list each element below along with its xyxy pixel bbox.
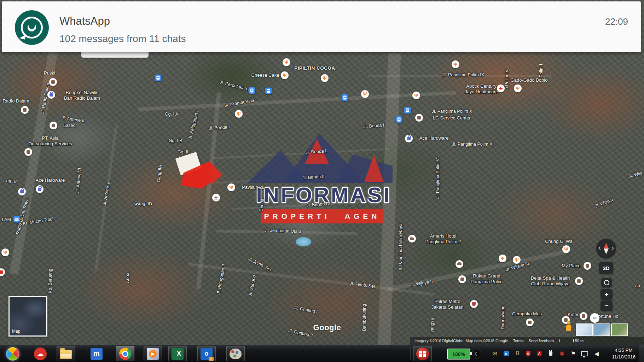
- paint-palette-button[interactable]: [226, 346, 245, 361]
- transit-icon[interactable]: [249, 87, 255, 94]
- poi-label[interactable]: PT. Asia Outsourcing Services: [28, 135, 72, 147]
- adobe-reader-icon[interactable]: Λ: [535, 350, 543, 357]
- restaurant-icon[interactable]: Ψ: [281, 71, 289, 79]
- place-icon[interactable]: [584, 262, 591, 270]
- poi-label[interactable]: Polres Metro Jakarta Selatan: [431, 299, 463, 310]
- place-icon[interactable]: [21, 106, 29, 114]
- restaurant-icon[interactable]: Ψ: [235, 110, 243, 118]
- feedback-button[interactable]: ✉: [590, 313, 599, 323]
- poi-label[interactable]: Rukan Grand Panglima Polim: [471, 273, 503, 285]
- my-location-button[interactable]: [601, 278, 612, 287]
- transit-icon[interactable]: [404, 107, 411, 114]
- terms-link[interactable]: Terms: [513, 339, 523, 343]
- poi-label[interactable]: Bengkel Nawilis Ban Radio Dalam: [64, 90, 100, 101]
- marker-icon[interactable]: [0, 268, 5, 276]
- compass-rotate-right-icon[interactable]: ›: [611, 244, 614, 252]
- outlook-button[interactable]: o✓: [197, 346, 216, 361]
- place-icon[interactable]: [526, 319, 534, 326]
- bluetooth-icon[interactable]: B: [514, 350, 521, 357]
- poi-label[interactable]: Gado-Gado Boplo: [511, 77, 548, 83]
- poi-label[interactable]: LG Service Center: [433, 115, 471, 121]
- atm-icon[interactable]: [13, 216, 20, 223]
- place-icon[interactable]: [50, 122, 57, 129]
- hotel-icon[interactable]: [408, 235, 416, 243]
- updates-icon[interactable]: ✱: [558, 350, 566, 357]
- show-desktop-button[interactable]: [639, 345, 644, 362]
- place-icon[interactable]: [24, 148, 32, 156]
- excel-button[interactable]: X: [168, 346, 187, 361]
- shopping-icon[interactable]: [18, 188, 26, 195]
- restaurant-icon[interactable]: Ψ: [412, 92, 420, 99]
- place-icon[interactable]: [575, 277, 583, 285]
- file-explorer-button[interactable]: [57, 346, 75, 361]
- imagery-thumbnail[interactable]: [611, 323, 628, 336]
- poi-label[interactable]: My Place: [562, 263, 580, 269]
- compass-rotate-left-icon[interactable]: ‹: [598, 244, 601, 252]
- restaurant-icon[interactable]: Ψ: [514, 84, 522, 92]
- restaurant-icon[interactable]: Ψ: [283, 58, 290, 66]
- map-inset[interactable]: Map: [8, 296, 47, 337]
- notification-card[interactable]: WhatsApp 102 messages from 11 chats 22:0…: [2, 1, 641, 52]
- mail-icon[interactable]: ✉: [491, 350, 499, 357]
- police-icon[interactable]: [470, 300, 478, 308]
- pinned-red-app-button[interactable]: [413, 346, 432, 361]
- shopping-icon[interactable]: [36, 185, 43, 193]
- network-icon[interactable]: [581, 350, 588, 357]
- restaurant-icon[interactable]: Ψ: [361, 90, 369, 98]
- poi-label[interactable]: Kufed: [568, 312, 580, 317]
- poi-label[interactable]: Ace Hardware: [419, 135, 448, 141]
- power-plug-icon[interactable]: ☾: [472, 349, 481, 358]
- restaurant-icon[interactable]: Ψ: [227, 183, 235, 191]
- poi-label[interactable]: Apotik Century Jaya Healthcare: [465, 83, 498, 95]
- shopping-icon[interactable]: [47, 91, 55, 99]
- volume-icon[interactable]: ◀: [593, 350, 601, 357]
- imagery-thumbnail[interactable]: [576, 323, 593, 336]
- poi-label[interactable]: Cempaka Mas: [512, 311, 542, 317]
- poi-label[interactable]: Paviliun 28: [242, 185, 265, 190]
- 3d-view-button[interactable]: 3D: [599, 262, 613, 274]
- imagery-thumbnail[interactable]: [593, 323, 610, 336]
- google-chrome-button[interactable]: [116, 346, 134, 361]
- mcafee-icon[interactable]: M: [524, 350, 532, 357]
- compass-control[interactable]: ‹ ›: [596, 239, 616, 258]
- restaurant-icon[interactable]: Ψ: [452, 60, 459, 68]
- zoom-in-button[interactable]: +: [601, 289, 613, 300]
- place-icon[interactable]: [580, 312, 587, 320]
- poi-label[interactable]: Puski: [44, 70, 55, 76]
- transit-icon[interactable]: [396, 116, 402, 123]
- restaurant-icon[interactable]: Ψ: [321, 74, 329, 82]
- poi-label[interactable]: Radio Dalam: [2, 98, 29, 104]
- place-icon[interactable]: [49, 78, 57, 86]
- poi-label[interactable]: 5àsec: [63, 123, 76, 128]
- transit-icon[interactable]: [342, 94, 348, 101]
- poi-label[interactable]: Delta Spa & Health Club Grand Wijaya: [531, 275, 570, 287]
- start-button-button[interactable]: [4, 346, 22, 361]
- pharmacy-icon[interactable]: ✚: [497, 84, 505, 92]
- zoom-out-button[interactable]: −: [601, 300, 613, 311]
- restaurant-icon[interactable]: Ψ: [499, 255, 506, 262]
- safely-remove-icon[interactable]: [547, 350, 555, 357]
- outlook-tray-icon[interactable]: o: [502, 350, 510, 357]
- transit-icon[interactable]: [155, 75, 162, 81]
- cloudapp-button[interactable]: ☁: [31, 346, 50, 361]
- pegman-icon[interactable]: [566, 321, 571, 332]
- battery-indicator[interactable]: 100%: [447, 349, 470, 360]
- poi-label[interactable]: PIPILTIN COCOA: [294, 65, 335, 71]
- school-icon[interactable]: [456, 260, 463, 268]
- restaurant-icon[interactable]: Ψ: [1, 249, 9, 256]
- restaurant-icon[interactable]: Ψ: [513, 256, 521, 264]
- coffee-icon[interactable]: ☕: [212, 194, 220, 202]
- restaurant-icon[interactable]: Ψ: [562, 245, 570, 253]
- shopping-icon[interactable]: [405, 135, 413, 142]
- maxthon-browser-button[interactable]: m: [87, 346, 106, 361]
- poi-label[interactable]: Ace Hardware: [36, 177, 65, 183]
- taskbar-clock[interactable]: 4:35 PM 11/10/2016: [612, 347, 636, 360]
- transit-icon[interactable]: [265, 88, 272, 94]
- poi-label[interactable]: Chung Gi Wa: [545, 239, 573, 244]
- media-player-button[interactable]: ▶: [144, 346, 162, 361]
- language-flag-icon[interactable]: ⚑: [569, 350, 577, 357]
- poi-label[interactable]: Cheese Cake: [251, 72, 279, 78]
- poi-label[interactable]: Amaris Hotel Panglima Polim 2: [425, 233, 461, 245]
- place-icon[interactable]: [458, 275, 466, 283]
- notification-stack-tab[interactable]: [81, 52, 149, 58]
